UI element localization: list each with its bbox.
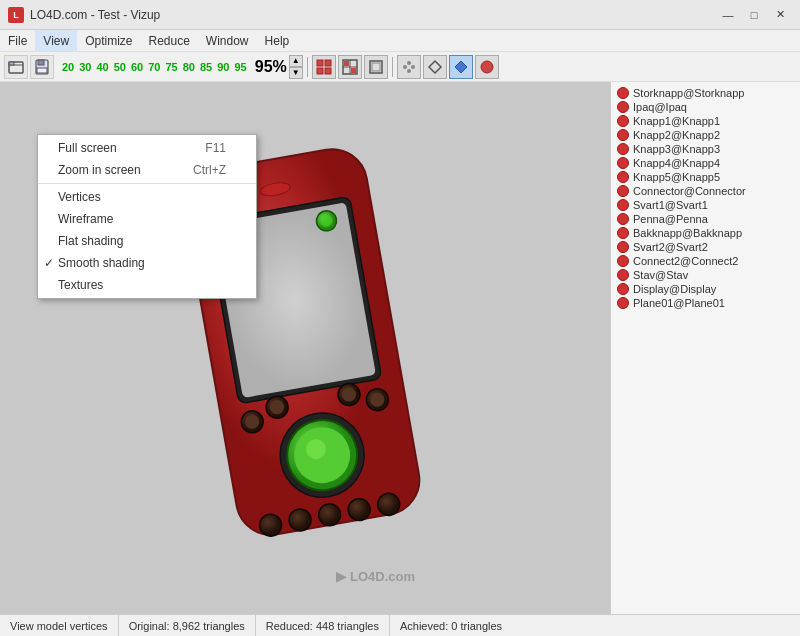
maximize-button[interactable]: □ bbox=[742, 5, 766, 25]
tree-item[interactable]: Display@Display bbox=[611, 282, 800, 296]
tree-item-label: Knapp2@Knapp2 bbox=[633, 129, 720, 141]
tree-item-label: Ipaq@Ipaq bbox=[633, 101, 687, 113]
toolbar-circle-btn[interactable] bbox=[475, 55, 499, 79]
menu-wireframe[interactable]: Wireframe bbox=[38, 208, 256, 230]
menu-reduce[interactable]: Reduce bbox=[140, 30, 197, 51]
toolbar-diamond-filled-btn[interactable] bbox=[449, 55, 473, 79]
toolbar-sep-2 bbox=[392, 57, 393, 77]
tree-item-label: Display@Display bbox=[633, 283, 716, 295]
progress-40: 50 bbox=[112, 60, 128, 74]
percent-down[interactable]: ▼ bbox=[289, 67, 303, 79]
menu-zoom[interactable]: Zoom in screen Ctrl+Z bbox=[38, 159, 256, 181]
app-icon: L bbox=[8, 7, 24, 23]
menu-help[interactable]: Help bbox=[257, 30, 298, 51]
tree-dot-icon bbox=[617, 115, 629, 127]
svg-point-22 bbox=[481, 61, 493, 73]
tree-item-label: Knapp1@Knapp1 bbox=[633, 115, 720, 127]
toolbar-grid1-btn[interactable] bbox=[312, 55, 336, 79]
svg-point-18 bbox=[411, 65, 415, 69]
progress-85: 90 bbox=[215, 60, 231, 74]
menu-flat-shading[interactable]: Flat shading bbox=[38, 230, 256, 252]
svg-marker-21 bbox=[455, 61, 467, 73]
tree-dot-icon bbox=[617, 199, 629, 211]
progress-20: 30 bbox=[77, 60, 93, 74]
svg-rect-6 bbox=[325, 60, 331, 66]
svg-rect-15 bbox=[372, 63, 380, 71]
tree-item[interactable]: Knapp4@Knapp4 bbox=[611, 156, 800, 170]
progress-60: 70 bbox=[146, 60, 162, 74]
tree-dot-icon bbox=[617, 283, 629, 295]
tree-item[interactable]: Storknapp@Storknapp bbox=[611, 86, 800, 100]
close-button[interactable]: ✕ bbox=[768, 5, 792, 25]
svg-rect-13 bbox=[351, 68, 356, 73]
tree-item[interactable]: Knapp1@Knapp1 bbox=[611, 114, 800, 128]
tree-item[interactable]: Ipaq@Ipaq bbox=[611, 100, 800, 114]
main-content: ▶ LO4D.com Full screen F11 Zoom in scree… bbox=[0, 82, 800, 614]
tree-item[interactable]: Svart2@Svart2 bbox=[611, 240, 800, 254]
tree-item-label: Svart2@Svart2 bbox=[633, 241, 708, 253]
minimize-button[interactable]: — bbox=[716, 5, 740, 25]
tree-item[interactable]: Penna@Penna bbox=[611, 212, 800, 226]
tree-item[interactable]: Connect2@Connect2 bbox=[611, 254, 800, 268]
svg-marker-20 bbox=[429, 61, 441, 73]
toolbar-open-icon[interactable] bbox=[4, 55, 28, 79]
menu-vertices[interactable]: Vertices bbox=[38, 186, 256, 208]
toolbar: 20 30 40 50 60 70 75 80 85 90 95 95% ▲ ▼ bbox=[0, 52, 800, 82]
menu-fullscreen[interactable]: Full screen F11 bbox=[38, 137, 256, 159]
status-original: Original: 8,962 triangles bbox=[119, 615, 256, 636]
tree-dot-icon bbox=[617, 255, 629, 267]
tree-item-label: Connector@Connector bbox=[633, 185, 746, 197]
svg-rect-1 bbox=[9, 62, 14, 65]
tree-dot-icon bbox=[617, 269, 629, 281]
menu-textures[interactable]: Textures bbox=[38, 274, 256, 296]
menu-window[interactable]: Window bbox=[198, 30, 257, 51]
percent-up[interactable]: ▲ bbox=[289, 55, 303, 67]
percent-arrows: ▲ ▼ bbox=[289, 55, 303, 79]
menu-optimize[interactable]: Optimize bbox=[77, 30, 140, 51]
toolbar-sep-1 bbox=[307, 57, 308, 77]
svg-point-16 bbox=[403, 65, 407, 69]
progress-50: 60 bbox=[129, 60, 145, 74]
tree-item[interactable]: Bakknapp@Bakknapp bbox=[611, 226, 800, 240]
svg-rect-5 bbox=[317, 60, 323, 66]
tree-dot-icon bbox=[617, 241, 629, 253]
toolbar-save-icon[interactable] bbox=[30, 55, 54, 79]
tree-item-label: Connect2@Connect2 bbox=[633, 255, 738, 267]
tree-item-label: Knapp4@Knapp4 bbox=[633, 157, 720, 169]
progress-10: 20 bbox=[60, 60, 76, 74]
tree-item[interactable]: Knapp3@Knapp3 bbox=[611, 142, 800, 156]
status-achieved: Achieved: 0 triangles bbox=[390, 615, 512, 636]
tree-item[interactable]: Svart1@Svart1 bbox=[611, 198, 800, 212]
tree-item[interactable]: Stav@Stav bbox=[611, 268, 800, 282]
tree-dot-icon bbox=[617, 297, 629, 309]
toolbar-grid2-btn[interactable] bbox=[338, 55, 362, 79]
svg-point-17 bbox=[407, 61, 411, 65]
right-panel[interactable]: Storknapp@StorknappIpaq@IpaqKnapp1@Knapp… bbox=[610, 82, 800, 614]
toolbar-diamond-btn[interactable] bbox=[423, 55, 447, 79]
tree-item-label: Storknapp@Storknapp bbox=[633, 87, 744, 99]
progress-30: 40 bbox=[95, 60, 111, 74]
title-left: L LO4D.com - Test - Vizup bbox=[8, 7, 160, 23]
toolbar-dots-btn[interactable] bbox=[397, 55, 421, 79]
tree-dot-icon bbox=[617, 87, 629, 99]
viewport[interactable]: ▶ LO4D.com Full screen F11 Zoom in scree… bbox=[0, 82, 610, 614]
tree-dot-icon bbox=[617, 213, 629, 225]
svg-rect-4 bbox=[37, 68, 47, 73]
toolbar-frame-btn[interactable] bbox=[364, 55, 388, 79]
tree-dot-icon bbox=[617, 101, 629, 113]
tree-item[interactable]: Plane01@Plane01 bbox=[611, 296, 800, 310]
menu-bar: File View Optimize Reduce Window Help bbox=[0, 30, 800, 52]
menu-view[interactable]: View bbox=[35, 30, 77, 51]
tree-item[interactable]: Knapp2@Knapp2 bbox=[611, 128, 800, 142]
progress-75: 80 bbox=[181, 60, 197, 74]
svg-rect-8 bbox=[325, 68, 331, 74]
tree-item[interactable]: Connector@Connector bbox=[611, 184, 800, 198]
tree-item[interactable]: Knapp5@Knapp5 bbox=[611, 170, 800, 184]
menu-file[interactable]: File bbox=[0, 30, 35, 51]
status-reduced: Reduced: 448 triangles bbox=[256, 615, 390, 636]
progress-area: 20 30 40 50 60 70 75 80 85 90 95 bbox=[60, 60, 249, 74]
menu-smooth-shading[interactable]: Smooth shading bbox=[38, 252, 256, 274]
tree-dot-icon bbox=[617, 129, 629, 141]
svg-rect-12 bbox=[344, 61, 349, 66]
tree-item-label: Knapp5@Knapp5 bbox=[633, 171, 720, 183]
